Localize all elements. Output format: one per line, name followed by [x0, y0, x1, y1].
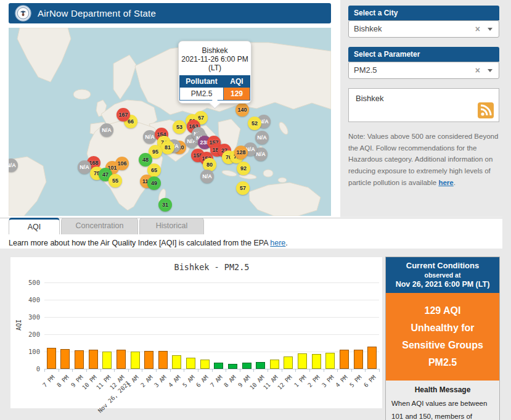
popup-timezone: (LT): [179, 64, 251, 72]
app-title: AirNow Department of State: [38, 8, 156, 19]
aqi-bar[interactable]: [325, 353, 335, 369]
chart-x-tickmark: [268, 369, 268, 372]
aqi-marker[interactable]: 55: [108, 174, 122, 187]
current-conditions-datetime: Nov 26, 2021 6:00 PM (LT): [387, 280, 498, 289]
aqi-marker[interactable]: 81: [161, 141, 174, 154]
aqi-bar[interactable]: [340, 350, 349, 369]
aqi-bar[interactable]: [270, 360, 279, 369]
map-popup: Bishkek 2021-11-26 6:00 PM (LT) Pollutan…: [178, 41, 251, 104]
learn-more-text: Learn more about how the Air Quality Ind…: [9, 239, 270, 247]
chart-x-tickmark: [142, 369, 142, 372]
chart-y-tick-label: 400: [19, 296, 40, 303]
tab-historical[interactable]: Historical: [139, 218, 204, 234]
select-city-header: Select a City: [348, 6, 499, 20]
chart-x-tickmark: [253, 369, 254, 372]
health-message-title: Health Message: [391, 385, 494, 394]
aqi-chart: Bishkek - PM2.5 AQI 01002003004005007 PM…: [10, 257, 382, 408]
chart-gridline: [44, 300, 379, 300]
city-clear-icon[interactable]: ×: [475, 21, 480, 37]
aqi-bar[interactable]: [284, 356, 293, 369]
popup-aqi-header: AQI: [224, 76, 250, 88]
aqi-bar[interactable]: [117, 350, 126, 369]
aqi-bar[interactable]: [102, 352, 112, 369]
learn-more-here-link[interactable]: here: [270, 239, 285, 247]
aqi-bar[interactable]: [242, 363, 251, 369]
app-header: AirNow Department of State: [9, 3, 331, 23]
learn-more-line: Learn more about how the Air Quality Ind…: [9, 239, 288, 247]
aqi-marker[interactable]: 53: [173, 120, 186, 134]
chart-gridline: [44, 282, 379, 283]
aqi-marker[interactable]: N/A: [100, 123, 113, 137]
chart-x-tickmark: [212, 369, 213, 372]
chart-x-tickmark: [240, 369, 240, 372]
select-parameter-header: Select a Parameter: [348, 47, 499, 62]
chart-x-tickmark: [379, 369, 380, 372]
chart-x-tickmark: [72, 369, 73, 372]
aqi-bar[interactable]: [60, 349, 70, 369]
aqi-marker[interactable]: N/A: [78, 160, 91, 174]
feed-box: Bishkek: [348, 88, 499, 122]
popup-aqi-value: 129: [224, 88, 250, 101]
chart-y-tick-label: 500: [19, 279, 40, 286]
chart-y-tick-label: 200: [19, 331, 40, 338]
aqi-bar[interactable]: [144, 351, 153, 369]
rss-icon[interactable]: [478, 102, 494, 118]
popup-datetime: 2021-11-26 6:00 PM: [179, 55, 251, 64]
chart-x-tickmark: [184, 369, 184, 372]
health-message-box: Health Message When AQI values are betwe…: [386, 381, 499, 420]
tabs-background: [340, 217, 502, 249]
chart-gridline: [44, 334, 379, 335]
aqi-bar[interactable]: [214, 363, 223, 369]
current-aqi-pollutant: PM2.5: [389, 354, 496, 371]
chart-y-tick-label: 300: [19, 313, 40, 321]
aqi-marker[interactable]: 92: [237, 162, 250, 175]
aqi-marker[interactable]: 167: [117, 108, 130, 121]
aqi-marker[interactable]: N/A: [200, 170, 214, 183]
aqi-bar[interactable]: [312, 354, 321, 369]
popup-pollutant-header: Pollutant: [180, 76, 224, 88]
chart-x-tickmark: [170, 369, 171, 372]
chart-x-tickmark: [86, 369, 87, 372]
aqi-bar[interactable]: [298, 353, 307, 369]
aqi-bar[interactable]: [256, 362, 265, 369]
aqi-bar[interactable]: [89, 350, 98, 369]
chart-x-tickmark: [282, 369, 282, 372]
parameter-select-value: PM2.5: [354, 65, 377, 75]
aqi-marker[interactable]: 52: [248, 117, 261, 130]
parameter-clear-icon[interactable]: ×: [475, 62, 480, 78]
city-select[interactable]: Bishkek ×: [348, 20, 499, 38]
aqi-marker[interactable]: N/A: [255, 131, 269, 144]
chart-y-tick-label: 0: [19, 365, 40, 373]
chart-x-tickmark: [337, 369, 338, 372]
parameter-caret-icon[interactable]: [488, 69, 493, 72]
note-here-link[interactable]: here: [438, 179, 453, 186]
aqi-marker[interactable]: 140: [235, 103, 249, 117]
aqi-bar[interactable]: [186, 358, 195, 369]
aqi-bar[interactable]: [228, 364, 237, 369]
aqi-bar[interactable]: [47, 348, 56, 369]
aqi-bar[interactable]: [354, 350, 363, 369]
aqi-bar[interactable]: [131, 352, 140, 369]
tab-aqi[interactable]: AQI: [9, 218, 60, 234]
current-aqi-category: Unhealthy for Sensitive Groups: [389, 319, 496, 354]
note-text: Note: Values above 500 are considered Be…: [348, 133, 498, 186]
aqi-marker[interactable]: 49: [147, 176, 161, 190]
current-aqi-box: 129 AQI Unhealthy for Sensitive Groups P…: [386, 293, 499, 381]
current-conditions-title: Current Conditions: [387, 261, 498, 270]
parameter-select[interactable]: PM2.5 ×: [348, 62, 499, 79]
tab-concentration[interactable]: Concentration: [61, 218, 138, 234]
feed-city-label: Bishkek: [356, 94, 384, 103]
aqi-note: Note: Values above 500 are considered Be…: [348, 131, 501, 188]
city-caret-icon[interactable]: [488, 28, 493, 31]
aqi-marker[interactable]: 128: [234, 146, 248, 159]
aqi-bar[interactable]: [158, 351, 168, 369]
aqi-marker[interactable]: 31: [158, 198, 172, 212]
aqi-marker[interactable]: 57: [236, 181, 250, 195]
aqi-bar[interactable]: [75, 350, 84, 369]
aqi-bar[interactable]: [172, 355, 181, 369]
note-suffix: .: [454, 179, 456, 186]
aqi-bar[interactable]: [367, 347, 377, 369]
chart-x-tickmark: [100, 369, 101, 372]
aqi-bar[interactable]: [200, 360, 210, 369]
world-map[interactable]: 66167N/A53N/A15474120N/A819548168N/A1061…: [9, 28, 331, 216]
